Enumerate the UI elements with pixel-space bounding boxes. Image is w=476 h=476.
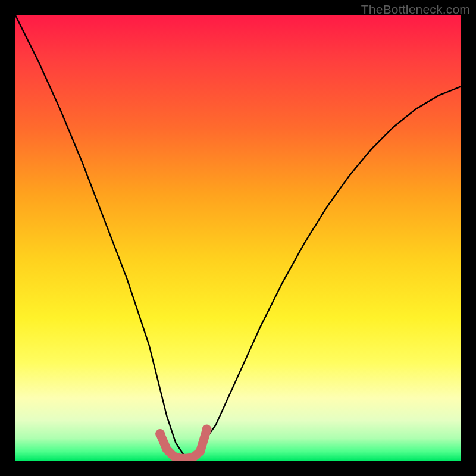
chart-svg [15,15,461,461]
bottom-indicator-dot [162,445,171,454]
bottom-indicator-dot [196,447,205,456]
bottom-indicator-dot [202,425,212,434]
watermark-text: TheBottleneck.com [361,2,470,17]
bottleneck-curve [15,15,461,456]
bottom-indicator [155,425,212,461]
chart-frame [15,15,461,461]
bottom-indicator-dot [155,429,165,439]
